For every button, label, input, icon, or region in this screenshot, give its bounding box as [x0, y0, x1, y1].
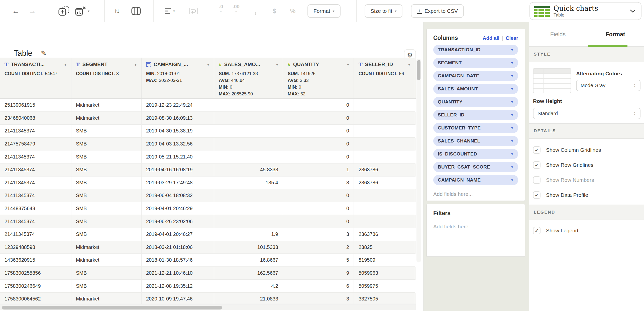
row-height-label: Row Height: [533, 98, 562, 104]
back-button[interactable]: ←: [12, 0, 20, 22]
table-header-row: TTRANSACTI...▼COUNT DISTINCT: 54547TSEGM…: [0, 58, 416, 99]
currency-format-icon[interactable]: $: [273, 0, 276, 22]
column-pill-transaction-id[interactable]: TRANSACTION_ID▼: [433, 45, 518, 55]
stat-count-distinct-: COUNT DISTINCT: 54547: [5, 70, 67, 77]
tab-format[interactable]: Format: [587, 22, 644, 46]
row-height-select[interactable]: Standard ▲▼: [533, 108, 640, 119]
column-header-transaction-id[interactable]: TTRANSACTI...▼COUNT DISTINCT: 54547: [0, 58, 71, 98]
chart-title[interactable]: Table: [14, 49, 32, 58]
cell-sales-amount: 16.8667: [214, 254, 283, 267]
cell-seller-id: [354, 215, 415, 228]
column-pill-campaign-name[interactable]: CAMPAIGN_NAME▼: [433, 175, 518, 185]
cell-campaign-date: 2019-04-01 20:46:29: [142, 202, 214, 215]
column-pill-buyer-csat-score[interactable]: BUYER_CSAT_SCORE▼: [433, 162, 518, 172]
column-header-campaign-date[interactable]: CAMPAIGN_...▼MIN: 2018-01-01MAX: 2022-03…: [142, 58, 214, 98]
add-column-icon[interactable]: [58, 0, 69, 22]
format-dropdown[interactable]: Format ▾: [307, 4, 341, 18]
column-pill-campaign-date[interactable]: CAMPAIGN_DATE▼: [433, 71, 518, 81]
cell-sales-amount: 21.0833: [214, 293, 283, 304]
vertical-scrollbar[interactable]: [416, 59, 421, 262]
remove-column-icon[interactable]: ▾: [75, 0, 89, 22]
column-name: QUANTITY: [293, 62, 319, 67]
toolbar-divider: [104, 0, 105, 22]
stat-sum-: SUM: 141926: [288, 70, 350, 77]
cell-campaign-date: 2019-06-26 23:02:06: [142, 215, 214, 228]
column-pill-quantity[interactable]: QUANTITY▼: [433, 97, 518, 107]
cell-sales-amount: 4.2: [214, 280, 283, 293]
cell-segment: SMB: [71, 177, 142, 190]
column-pill-sales-amount[interactable]: SALES_AMOUNT▼: [433, 84, 518, 94]
checkbox-checked-icon[interactable]: ✓: [533, 161, 541, 169]
add-all-link[interactable]: Add all: [483, 35, 499, 41]
column-pill-customer-type[interactable]: CUSTOMER_TYPE▼: [433, 123, 518, 133]
chevron-down-icon: ▼: [510, 152, 514, 156]
filters-add-fields-placeholder[interactable]: Add fields here...: [427, 217, 525, 233]
cell-segment: SMB: [71, 215, 142, 228]
export-csv-button[interactable]: ↓ Export to CSV: [411, 4, 464, 18]
column-width-icon[interactable]: [131, 0, 141, 22]
size-to-fit-dropdown[interactable]: Size to fit ▾: [365, 4, 402, 18]
cell-campaign-date: 2019-06-04 18:08:32: [142, 189, 214, 202]
forward-button[interactable]: →: [29, 0, 36, 22]
wrap-text-icon[interactable]: [188, 0, 198, 22]
chevron-down-icon[interactable]: ▼: [64, 63, 67, 67]
chevron-down-icon[interactable]: ▼: [347, 63, 350, 67]
cell-campaign-date: 2020-10-09 19:47:46: [142, 293, 214, 304]
chevron-down-icon: ▾: [333, 9, 335, 13]
tab-fields[interactable]: Fields: [529, 22, 587, 46]
clear-link[interactable]: Clear: [506, 35, 518, 41]
style-section-header: STYLE: [529, 47, 644, 62]
edit-title-icon[interactable]: ✎: [41, 49, 47, 57]
checkbox-checked-icon[interactable]: ✓: [533, 146, 541, 154]
column-header-sales-amount[interactable]: #SALES_AMO...▼SUM: 17374121.38AVG: 446.8…: [214, 58, 283, 98]
comma-format-icon[interactable]: ,: [255, 0, 257, 22]
column-header-seller-id[interactable]: TSELLER_ID▼COUNT DISTINCT: 86: [354, 58, 415, 98]
vertical-scrollbar-thumb[interactable]: [417, 60, 420, 80]
decrease-decimal-icon[interactable]: .0 ←: [215, 4, 227, 14]
horizontal-scrollbar-thumb[interactable]: [2, 306, 222, 309]
cell-sales-amount: [214, 202, 283, 215]
stat-min-: MIN: 0: [219, 84, 279, 91]
chevron-down-icon[interactable]: ▼: [408, 63, 411, 67]
column-pill-segment[interactable]: SEGMENT▼: [433, 58, 518, 68]
cell-transaction-id: 21475758479: [0, 138, 71, 151]
cell-transaction-id: 23468040068: [0, 112, 71, 125]
chevron-down-icon: ▼: [510, 178, 514, 182]
column-pill-sales-channel[interactable]: SALES_CHANNEL▼: [433, 136, 518, 146]
percent-format-icon[interactable]: %: [290, 0, 295, 22]
column-header-segment[interactable]: TSEGMENT▼COUNT DISTINCT: 3: [71, 58, 142, 98]
fields-strip: Columns Add all | Clear TRANSACTION_ID▼S…: [423, 22, 529, 311]
cell-sales-amount: [214, 125, 283, 138]
chevron-down-icon: ▼: [510, 74, 514, 78]
cell-quantity: 0: [283, 99, 354, 112]
chevron-down-icon[interactable]: ▼: [276, 63, 279, 67]
table-row: 21411345374SMB2019-05-21 15:21:400: [0, 150, 416, 164]
checkbox-unchecked-icon[interactable]: [533, 176, 541, 184]
column-stats: SUM: 17374121.38AVG: 446.84MIN: 0MAX: 20…: [214, 67, 283, 97]
table-row: 1758300246649SMB2021-12-08 19:35:124.265…: [0, 280, 416, 293]
cell-segment: SMB: [71, 138, 142, 151]
checkbox-checked-icon[interactable]: ✓: [533, 191, 541, 199]
column-pill-is-discounted[interactable]: IS_DISCOUNTED▼: [433, 149, 518, 159]
column-pill-seller-id[interactable]: SELLER_ID▼: [433, 110, 518, 120]
row-height-value: Standard: [538, 111, 558, 116]
horizontal-scrollbar[interactable]: [0, 304, 416, 310]
column-pill-label: SALES_CHANNEL: [438, 138, 480, 144]
cell-segment: SMB: [71, 228, 142, 241]
chevron-down-icon[interactable]: ▼: [207, 63, 210, 67]
cell-quantity: 0: [283, 215, 354, 228]
select-stepper-icon: ▲▼: [633, 111, 636, 115]
stat-sum-: SUM: 17374121.38: [219, 70, 279, 77]
columns-add-fields-placeholder[interactable]: Add fields here...: [427, 188, 525, 200]
chevron-down-icon[interactable]: ▼: [134, 63, 137, 67]
increase-decimal-icon[interactable]: .00 →: [230, 4, 242, 14]
text-align-icon[interactable]: ▾: [164, 0, 175, 22]
column-header-quantity[interactable]: #QUANTITY▼SUM: 141926AVG: 2.33MIN: 0MAX:…: [283, 58, 354, 98]
sort-rows-icon[interactable]: ↑↓: [114, 0, 119, 22]
table-row: 21411345374SMB2019-03-29 17:49:48135.432…: [0, 177, 416, 190]
cell-seller-id: 819509: [354, 254, 415, 267]
chart-type-selector[interactable]: Quick charts Table: [529, 2, 641, 20]
option-label: Show Row Gridlines: [546, 162, 593, 168]
alternating-colors-select[interactable]: Mode Gray ▲▼: [576, 80, 640, 91]
checkbox-checked-icon[interactable]: ✓: [533, 227, 541, 234]
